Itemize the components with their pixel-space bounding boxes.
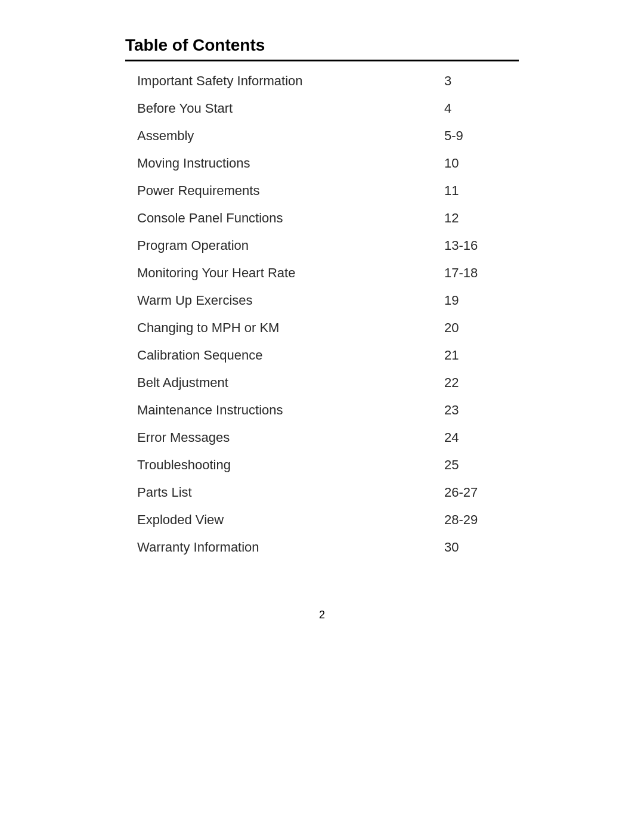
toc-row: Maintenance Instructions23 bbox=[125, 397, 519, 424]
toc-divider bbox=[125, 60, 519, 61]
toc-row: Console Panel Functions12 bbox=[125, 205, 519, 232]
toc-entry-label: Important Safety Information bbox=[125, 67, 420, 95]
toc-entry-pages: 24 bbox=[420, 424, 519, 451]
toc-entry-label: Parts List bbox=[125, 479, 420, 506]
toc-row: Error Messages24 bbox=[125, 424, 519, 451]
toc-entry-pages: 25 bbox=[420, 451, 519, 479]
toc-entry-pages: 4 bbox=[420, 95, 519, 122]
toc-entry-label: Error Messages bbox=[125, 424, 420, 451]
toc-entry-pages: 11 bbox=[420, 177, 519, 205]
toc-entry-pages: 12 bbox=[420, 205, 519, 232]
toc-row: Exploded View28-29 bbox=[125, 506, 519, 534]
toc-row: Changing to MPH or KM20 bbox=[125, 314, 519, 342]
toc-entry-label: Assembly bbox=[125, 122, 420, 150]
toc-row: Belt Adjustment22 bbox=[125, 369, 519, 397]
toc-heading: Table of Contents bbox=[125, 36, 519, 55]
toc-row: Important Safety Information3 bbox=[125, 67, 519, 95]
toc-entry-label: Program Operation bbox=[125, 232, 420, 259]
toc-entry-label: Belt Adjustment bbox=[125, 369, 420, 397]
toc-entry-pages: 21 bbox=[420, 342, 519, 369]
toc-row: Warm Up Exercises19 bbox=[125, 287, 519, 314]
toc-table: Important Safety Information3Before You … bbox=[125, 67, 519, 561]
page-container: Table of Contents Important Safety Infor… bbox=[89, 0, 555, 669]
toc-entry-label: Monitoring Your Heart Rate bbox=[125, 259, 420, 287]
toc-entry-pages: 22 bbox=[420, 369, 519, 397]
toc-entry-label: Exploded View bbox=[125, 506, 420, 534]
toc-row: Parts List26-27 bbox=[125, 479, 519, 506]
toc-row: Moving Instructions10 bbox=[125, 150, 519, 177]
toc-entry-pages: 23 bbox=[420, 397, 519, 424]
toc-entry-pages: 26-27 bbox=[420, 479, 519, 506]
toc-row: Monitoring Your Heart Rate17-18 bbox=[125, 259, 519, 287]
toc-row: Power Requirements11 bbox=[125, 177, 519, 205]
toc-entry-pages: 5-9 bbox=[420, 122, 519, 150]
toc-entry-label: Moving Instructions bbox=[125, 150, 420, 177]
toc-entry-pages: 20 bbox=[420, 314, 519, 342]
page-number: 2 bbox=[125, 609, 519, 621]
toc-entry-label: Calibration Sequence bbox=[125, 342, 420, 369]
toc-entry-pages: 19 bbox=[420, 287, 519, 314]
toc-entry-label: Maintenance Instructions bbox=[125, 397, 420, 424]
toc-entry-label: Changing to MPH or KM bbox=[125, 314, 420, 342]
toc-row: Program Operation13-16 bbox=[125, 232, 519, 259]
toc-entry-pages: 10 bbox=[420, 150, 519, 177]
toc-entry-label: Power Requirements bbox=[125, 177, 420, 205]
toc-entry-pages: 13-16 bbox=[420, 232, 519, 259]
toc-entry-pages: 28-29 bbox=[420, 506, 519, 534]
toc-entry-label: Warranty Information bbox=[125, 534, 420, 561]
toc-row: Assembly5-9 bbox=[125, 122, 519, 150]
toc-entry-pages: 17-18 bbox=[420, 259, 519, 287]
toc-entry-label: Warm Up Exercises bbox=[125, 287, 420, 314]
toc-entry-label: Before You Start bbox=[125, 95, 420, 122]
toc-entry-label: Console Panel Functions bbox=[125, 205, 420, 232]
toc-row: Calibration Sequence21 bbox=[125, 342, 519, 369]
toc-entry-label: Troubleshooting bbox=[125, 451, 420, 479]
toc-row: Before You Start4 bbox=[125, 95, 519, 122]
toc-entry-pages: 3 bbox=[420, 67, 519, 95]
toc-entry-pages: 30 bbox=[420, 534, 519, 561]
toc-row: Warranty Information30 bbox=[125, 534, 519, 561]
toc-row: Troubleshooting25 bbox=[125, 451, 519, 479]
